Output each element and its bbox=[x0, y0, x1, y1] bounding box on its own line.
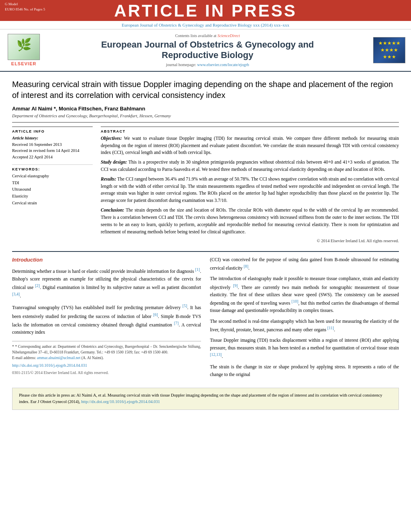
keyword-item: Elasticity bbox=[12, 193, 93, 200]
body-two-col: Introduction Determining whether a tissu… bbox=[12, 256, 399, 382]
elsevier-brand: ELSEVIER bbox=[11, 61, 36, 66]
citation-box: Please cite this article in press as: Al… bbox=[12, 388, 399, 410]
body-col-left: Introduction Determining whether a tissu… bbox=[12, 256, 201, 382]
main-content: Measuring cervical strain with tissue Do… bbox=[0, 72, 411, 410]
intro-right-para2: The introduction of elastography made it… bbox=[210, 275, 399, 314]
article-title: Measuring cervical strain with tissue Do… bbox=[12, 79, 399, 101]
journal-homepage: journal homepage: www.elsevier.com/locat… bbox=[48, 62, 367, 67]
article-in-press-title: ARTICLE IN PRESS bbox=[0, 2, 411, 19]
elsevier-logo: ELSEVIER bbox=[6, 34, 42, 66]
journal-name: European Journal of Obstetrics & Gynecol… bbox=[48, 39, 367, 61]
keyword-item: TDI bbox=[12, 180, 93, 187]
journal-header: ELSEVIER Contents lists available at Sci… bbox=[0, 29, 411, 72]
model-info: G Model EURO 8546 No. of Pages 5 bbox=[5, 2, 45, 12]
footnote-area: * * Corresponding author at: Department … bbox=[12, 341, 201, 361]
abstract-text: Objectives: We want to evaluate tissue D… bbox=[101, 135, 399, 245]
intro-right-para5: The strain is the change in size or shap… bbox=[210, 363, 399, 378]
keyword-item: Cervical elastography bbox=[12, 173, 93, 180]
citation-doi-link[interactable]: http://dx.doi.org/10.1016/j.ejogrb.2014.… bbox=[81, 399, 160, 404]
abstract-objectives: Objectives: We want to evaluate tissue D… bbox=[101, 135, 399, 156]
article-info-col: ARTICLE INFO Article history: Received 1… bbox=[12, 127, 93, 245]
journal-url-bar: European Journal of Obstetrics & Gynecol… bbox=[0, 21, 411, 29]
keyword-list: Cervical elastography TDI Ultrasound Ela… bbox=[12, 173, 93, 207]
abstract-results: Results: The CCI ranged between 36.4% an… bbox=[101, 176, 399, 204]
article-info: ARTICLE INFO Article history: Received 1… bbox=[12, 127, 93, 160]
intro-para2: Transvaginal sonography (TVS) has establ… bbox=[12, 303, 201, 336]
issn-line: 0301-2115/© 2014 Elsevier Ireland Ltd. A… bbox=[12, 370, 201, 376]
elsevier-logo-image bbox=[8, 34, 40, 60]
abstract-conclusion: Conclusion: The strain depends on the si… bbox=[101, 207, 399, 235]
contents-line: Contents lists available at ScienceDirec… bbox=[48, 33, 367, 38]
footnote-email: E-mail address: ammar.alnaimi@uclmail.ne… bbox=[12, 355, 201, 361]
intro-right-para4: Tissue Doppler imaging (TDI) tracks disp… bbox=[210, 337, 399, 360]
doi-line: http://dx.doi.org/10.1016/j.ejogrb.2014.… bbox=[12, 362, 201, 369]
body-col-right: (CCI) was conceived for the purpose of u… bbox=[210, 256, 399, 382]
authors: Ammar Al Naimi *, Monica Fittschen, Fran… bbox=[12, 106, 399, 112]
intro-para1: Determining whether a tissue is hard or … bbox=[12, 266, 201, 299]
keywords-section: Keywords: Cervical elastography TDI Ultr… bbox=[12, 164, 93, 207]
journal-header-center: Contents lists available at ScienceDirec… bbox=[48, 33, 367, 67]
article-in-press-banner: G Model EURO 8546 No. of Pages 5 ARTICLE… bbox=[0, 0, 411, 21]
homepage-link[interactable]: www.elsevier.com/locate/ejogrb bbox=[197, 62, 249, 67]
intro-section: Introduction Determining whether a tissu… bbox=[12, 251, 399, 382]
copyright: © 2014 Elsevier Ireland Ltd. All rights … bbox=[101, 238, 399, 244]
article-info-abstract: ARTICLE INFO Article history: Received 1… bbox=[12, 127, 399, 245]
affiliation: Department of Obstetrics and Gynecology,… bbox=[12, 113, 399, 118]
page-wrapper: G Model EURO 8546 No. of Pages 5 ARTICLE… bbox=[0, 0, 411, 410]
abstract-study-design: Study design: This is a prospective stud… bbox=[101, 159, 399, 173]
keyword-item: Cervical strain bbox=[12, 200, 93, 207]
journal-logo-right bbox=[373, 37, 405, 63]
intro-right-para1: (CCI) was conceived for the purpose of u… bbox=[210, 256, 399, 272]
abstract-col: ABSTRACT Objectives: We want to evaluate… bbox=[101, 127, 399, 245]
footnote-email-link[interactable]: ammar.alnaimi@uclmail.net bbox=[37, 356, 81, 360]
article-history: Article history: Received 16 September 2… bbox=[12, 135, 93, 160]
keyword-item: Ultrasound bbox=[12, 186, 93, 193]
divider bbox=[12, 122, 399, 123]
abstract-section: ABSTRACT Objectives: We want to evaluate… bbox=[101, 127, 399, 245]
intro-right-para3: The second method is real-time elastogra… bbox=[210, 318, 399, 334]
sciencedirect-link[interactable]: ScienceDirect bbox=[218, 33, 240, 38]
footnote-corresponding: * * Corresponding author at: Department … bbox=[12, 344, 201, 355]
